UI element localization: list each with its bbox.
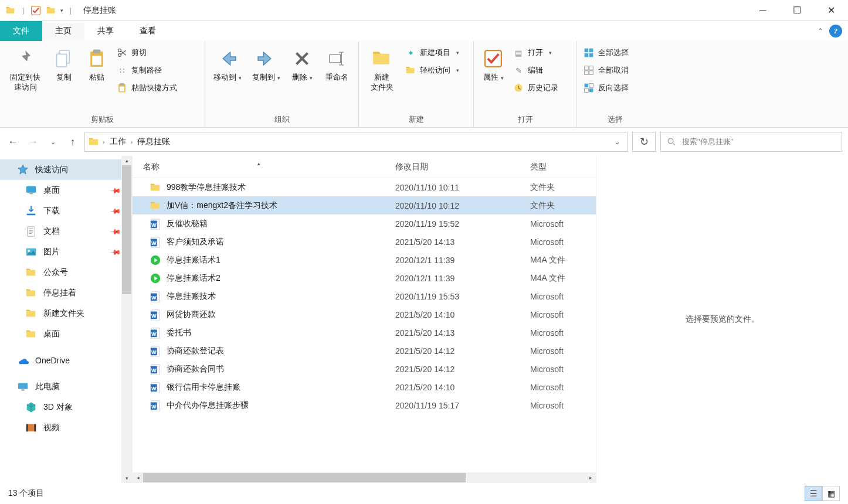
file-type: Microsoft [520,292,590,301]
file-date: 2020/11/19 15:53 [385,292,520,301]
ribbon-tabs: 文件 主页 共享 查看 ⌃ ? [0,21,848,41]
edit-button[interactable]: ✎编辑 [513,64,558,76]
tab-view[interactable]: 查看 [127,21,169,41]
file-row[interactable]: 停息挂账技术2020/11/19 15:53Microsoft [133,287,596,305]
word-icon [149,308,162,321]
group-clipboard-label: 剪贴板 [5,112,200,126]
sidebar-onedrive[interactable]: OneDrive [0,350,132,370]
col-date[interactable]: 修改日期 [385,162,520,172]
move-to-button[interactable]: 移动到 [210,45,245,85]
view-icons-button[interactable]: ▦ [822,486,840,501]
sidebar-folder[interactable]: 桌面 [0,323,132,344]
minimize-button[interactable]: ─ [746,0,780,21]
sidebar-quick-access[interactable]: 快速访问 [0,159,132,180]
file-date: 2020/12/1 11:39 [385,274,520,283]
breadcrumb-seg1[interactable]: 工作 [107,137,128,147]
nav-back-button[interactable]: ← [6,136,20,148]
refresh-button[interactable]: ↻ [632,132,656,152]
tab-share[interactable]: 共享 [84,21,127,41]
sidebar-pictures[interactable]: 图片📌 [0,241,132,262]
ribbon: 固定到快 速访问 复制 粘贴 剪切 ∷复制路径 粘贴快捷方式 剪贴板 移动到 复… [0,41,848,128]
file-row[interactable]: 停息挂账话术22020/12/1 11:39M4A 文件 [133,269,596,287]
new-item-button[interactable]: ✦新建项目 [405,47,459,59]
ribbon-collapse-icon[interactable]: ⌃ [818,27,823,35]
file-row[interactable]: 反催收秘籍2020/11/19 15:52Microsoft [133,214,596,233]
delete-button[interactable]: 删除 [287,45,317,85]
nav-forward-button[interactable]: → [26,136,40,148]
pin-quickaccess-button[interactable]: 固定到快 速访问 [5,45,46,95]
file-row[interactable]: 中介代办停息挂账步骤2020/11/19 15:17Microsoft [133,396,596,414]
address-bar[interactable]: › 工作 › 停息挂账 ⌄ [84,132,627,152]
file-type: 文件夹 [520,200,590,211]
qat-folder-icon[interactable] [45,5,57,16]
tab-home[interactable]: 主页 [42,21,84,41]
nav-recent-dropdown[interactable]: ⌄ [46,138,60,146]
file-type: Microsoft [520,346,590,356]
new-folder-button[interactable]: 新建 文件夹 [364,45,400,95]
cut-button[interactable]: 剪切 [116,47,177,59]
view-details-button[interactable]: ☰ [805,486,822,501]
breadcrumb-sep[interactable]: › [103,138,105,145]
file-row[interactable]: 加V信：mengxt2备注学习技术2020/11/10 10:12文件夹 [133,196,596,214]
paste-shortcut-button[interactable]: 粘贴快捷方式 [116,82,177,94]
horizontal-scrollbar[interactable]: ◂▸ [133,472,596,483]
file-row[interactable]: 客户须知及承诺2021/5/20 14:13Microsoft [133,233,596,251]
word-icon [149,290,162,303]
copy-path-button[interactable]: ∷复制路径 [116,64,177,76]
item-count: 13 个项目 [8,488,44,499]
address-dropdown-icon[interactable]: ⌄ [610,138,625,146]
word-icon [149,363,162,376]
open-button[interactable]: ▤打开 [513,47,558,59]
select-invert-button[interactable]: 反向选择 [583,82,629,94]
column-headers: ▴名称 修改日期 类型 [133,156,596,178]
file-type: Microsoft [520,310,590,319]
select-none-button[interactable]: 全部取消 [583,64,629,76]
help-icon[interactable]: ? [829,25,842,38]
sidebar: 快速访问 桌面📌 下载📌 文档📌 图片📌 公众号 停息挂着 新建文件夹 桌面 O… [0,156,133,483]
col-name[interactable]: ▴名称 [133,162,385,172]
search-icon [667,137,676,147]
qat-dropdown-icon[interactable]: ▾ [60,8,63,13]
history-button[interactable]: 历史记录 [513,82,558,94]
file-date: 2021/5/20 14:10 [385,310,520,319]
file-type: 文件夹 [520,182,590,193]
file-name: 998教学停息挂账技术 [167,182,246,193]
copy-button[interactable]: 复制 [49,45,79,85]
sidebar-folder[interactable]: 新建文件夹 [0,303,132,323]
file-name: 停息挂账话术2 [167,273,221,284]
file-date: 2021/5/20 14:12 [385,346,520,356]
sidebar-folder[interactable]: 公众号 [0,262,132,282]
file-row[interactable]: 委托书2021/5/20 14:13Microsoft [133,323,596,342]
rename-button[interactable]: 重命名 [320,45,353,85]
paste-button[interactable]: 粘贴 [82,45,111,85]
sidebar-scrollbar[interactable]: ▴▾ [121,156,132,483]
breadcrumb-sep[interactable]: › [131,138,133,145]
sidebar-folder[interactable]: 停息挂着 [0,282,132,303]
file-name: 中介代办停息挂账步骤 [167,400,249,411]
tab-file[interactable]: 文件 [0,21,42,41]
properties-button[interactable]: 属性 [479,45,508,85]
select-all-button[interactable]: 全部选择 [583,47,629,59]
qat-check-icon[interactable] [30,5,42,16]
search-input[interactable]: 搜索"停息挂账" [660,132,842,152]
file-row[interactable]: 协商还款合同书2021/5/20 14:12Microsoft [133,360,596,378]
sidebar-desktop[interactable]: 桌面📌 [0,180,132,200]
copy-to-button[interactable]: 复制到 [249,45,284,85]
close-button[interactable]: ✕ [814,0,848,21]
breadcrumb-seg2[interactable]: 停息挂账 [135,137,172,147]
file-row[interactable]: 银行信用卡停息挂账2021/5/20 14:10Microsoft [133,378,596,396]
maximize-button[interactable]: ☐ [780,0,814,21]
sidebar-3d-objects[interactable]: 3D 对象 [0,397,132,417]
sidebar-downloads[interactable]: 下载📌 [0,200,132,221]
file-row[interactable]: 网贷协商还款2021/5/20 14:10Microsoft [133,305,596,323]
nav-up-button[interactable]: ↑ [66,136,80,148]
file-row[interactable]: 协商还款登记表2021/5/20 14:12Microsoft [133,342,596,360]
sidebar-videos[interactable]: 视频 [0,417,132,438]
sidebar-this-pc[interactable]: 此电脑 [0,376,132,397]
sidebar-documents[interactable]: 文档📌 [0,221,132,241]
file-row[interactable]: 停息挂账话术12020/12/1 11:39M4A 文件 [133,251,596,269]
col-type[interactable]: 类型 [520,162,590,172]
file-row[interactable]: 998教学停息挂账技术2020/11/10 10:11文件夹 [133,178,596,196]
pin-icon: 📌 [110,246,122,258]
easy-access-button[interactable]: 轻松访问 [405,64,459,76]
